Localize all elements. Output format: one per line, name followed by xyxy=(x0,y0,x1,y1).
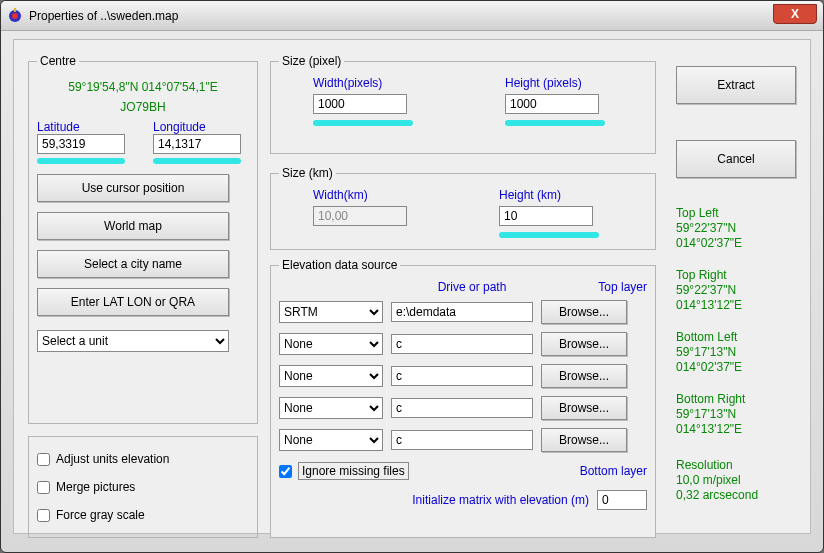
height-km-label: Height (km) xyxy=(499,188,599,202)
elev-source-3[interactable]: None xyxy=(279,397,383,419)
centre-qra: JO79BH xyxy=(37,100,249,114)
height-km-input[interactable] xyxy=(499,206,593,226)
height-px-input[interactable] xyxy=(505,94,599,114)
use-cursor-button[interactable]: Use cursor position xyxy=(37,174,229,202)
elev-path-3[interactable] xyxy=(391,398,533,418)
highlight-height-km xyxy=(499,232,599,238)
init-elevation-input[interactable] xyxy=(597,490,647,510)
latitude-input[interactable] xyxy=(37,134,125,154)
elev-source-2[interactable]: None xyxy=(279,365,383,387)
height-px-label: Height (pixels) xyxy=(505,76,605,90)
elev-row-3: None Browse... xyxy=(279,396,647,420)
elev-row-1: None Browse... xyxy=(279,332,647,356)
init-elevation-label: Initialize matrix with elevation (m) xyxy=(412,493,589,507)
elevation-legend: Elevation data source xyxy=(279,258,400,272)
elev-source-4[interactable]: None xyxy=(279,429,383,451)
select-city-button[interactable]: Select a city name xyxy=(37,250,229,278)
elev-row-0: SRTM Browse... xyxy=(279,300,647,324)
bottom-right-info: Bottom Right59°17'13"N014°13'12"E xyxy=(676,392,796,437)
merge-pictures-label: Merge pictures xyxy=(56,480,135,494)
elev-path-0[interactable] xyxy=(391,302,533,322)
longitude-input[interactable] xyxy=(153,134,241,154)
extract-button[interactable]: Extract xyxy=(676,66,796,104)
app-icon xyxy=(7,8,23,24)
force-gray-checkbox[interactable] xyxy=(37,509,50,522)
longitude-label: Longitude xyxy=(153,120,249,134)
browse-button-3[interactable]: Browse... xyxy=(541,396,627,420)
elev-path-1[interactable] xyxy=(391,334,533,354)
elev-source-1[interactable]: None xyxy=(279,333,383,355)
width-px-label: Width(pixels) xyxy=(313,76,413,90)
options-group: Adjust units elevation Merge pictures Fo… xyxy=(28,436,258,538)
browse-button-4[interactable]: Browse... xyxy=(541,428,627,452)
merge-pictures-checkbox[interactable] xyxy=(37,481,50,494)
top-left-info: Top Left59°22'37"N014°02'37"E xyxy=(676,206,796,251)
width-px-input[interactable] xyxy=(313,94,407,114)
elev-source-0[interactable]: SRTM xyxy=(279,301,383,323)
adjust-elevation-label: Adjust units elevation xyxy=(56,452,169,466)
browse-button-2[interactable]: Browse... xyxy=(541,364,627,388)
highlight-lon xyxy=(153,158,241,164)
width-km-input xyxy=(313,206,407,226)
elev-row-2: None Browse... xyxy=(279,364,647,388)
svg-rect-2 xyxy=(14,8,16,12)
bottom-layer-label: Bottom layer xyxy=(580,464,647,478)
elev-path-4[interactable] xyxy=(391,430,533,450)
ignore-missing-label: Ignore missing files xyxy=(298,462,409,480)
top-right-info: Top Right59°22'37"N014°13'12"E xyxy=(676,268,796,313)
browse-button-0[interactable]: Browse... xyxy=(541,300,627,324)
client-area: Centre 59°19'54,8"N 014°07'54,1"E JO79BH… xyxy=(13,39,811,534)
titlebar: Properties of ..\sweden.map X xyxy=(1,1,823,31)
width-km-label: Width(km) xyxy=(313,188,407,202)
size-pixel-legend: Size (pixel) xyxy=(279,54,344,68)
window-title: Properties of ..\sweden.map xyxy=(29,9,178,23)
size-pixel-group: Size (pixel) Width(pixels) Height (pixel… xyxy=(270,54,656,154)
bottom-left-info: Bottom Left59°17'13"N014°02'37"E xyxy=(676,330,796,375)
top-layer-label: Top layer xyxy=(561,280,647,294)
elev-row-4: None Browse... xyxy=(279,428,647,452)
centre-legend: Centre xyxy=(37,54,79,68)
browse-button-1[interactable]: Browse... xyxy=(541,332,627,356)
size-km-group: Size (km) Width(km) Height (km) xyxy=(270,166,656,250)
latitude-label: Latitude xyxy=(37,120,133,134)
world-map-button[interactable]: World map xyxy=(37,212,229,240)
elev-path-2[interactable] xyxy=(391,366,533,386)
ignore-missing-checkbox[interactable] xyxy=(279,465,292,478)
force-gray-label: Force gray scale xyxy=(56,508,145,522)
resolution-info: Resolution10,0 m/pixel0,32 arcsecond xyxy=(676,458,796,503)
svg-point-1 xyxy=(12,13,18,19)
centre-coord: 59°19'54,8"N 014°07'54,1"E xyxy=(37,80,249,94)
window: Properties of ..\sweden.map X Centre 59°… xyxy=(0,0,824,553)
highlight-width-px xyxy=(313,120,413,126)
highlight-lat xyxy=(37,158,125,164)
enter-latlon-button[interactable]: Enter LAT LON or QRA xyxy=(37,288,229,316)
close-icon: X xyxy=(791,7,799,21)
elevation-group: Elevation data source Drive or path Top … xyxy=(270,258,656,538)
size-km-legend: Size (km) xyxy=(279,166,336,180)
centre-group: Centre 59°19'54,8"N 014°07'54,1"E JO79BH… xyxy=(28,54,258,424)
unit-select[interactable]: Select a unit xyxy=(37,330,229,352)
highlight-height-px xyxy=(505,120,605,126)
close-button[interactable]: X xyxy=(773,4,817,24)
cancel-button[interactable]: Cancel xyxy=(676,140,796,178)
drive-label: Drive or path xyxy=(401,280,543,294)
adjust-elevation-checkbox[interactable] xyxy=(37,453,50,466)
